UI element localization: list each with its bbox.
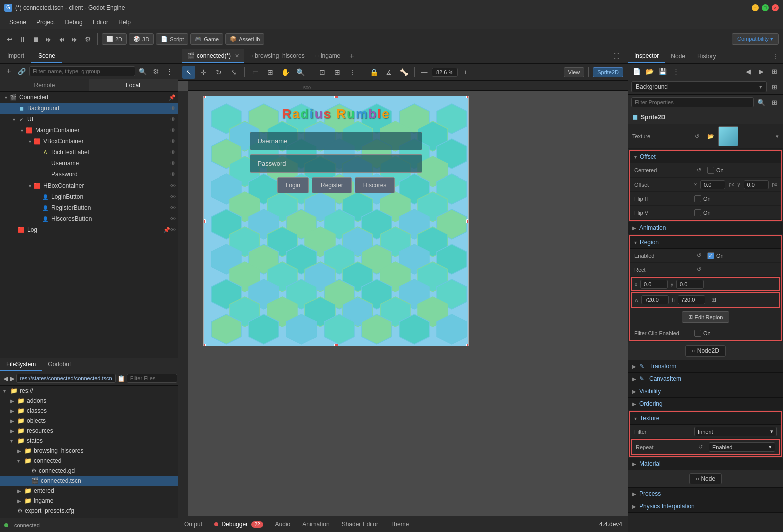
menu-scene[interactable]: Scene: [4, 17, 31, 28]
eye-ui[interactable]: 👁: [170, 116, 176, 122]
eye-username[interactable]: 👁: [170, 160, 176, 166]
pin-log[interactable]: 📌: [163, 227, 170, 233]
pin-connected[interactable]: 📌: [169, 94, 176, 101]
tree-item-background[interactable]: ◼ Background 👁: [0, 103, 178, 114]
tab-filesystem[interactable]: FileSystem: [0, 358, 42, 371]
tab-local[interactable]: Local: [89, 79, 178, 91]
arrow-margincontainer[interactable]: ▾: [18, 127, 25, 134]
scene-filter-icon[interactable]: ⚙: [150, 66, 162, 77]
fs-item-states[interactable]: ▾ 📁 states: [0, 436, 178, 446]
zoom-out-btn[interactable]: —: [419, 67, 430, 78]
handle-bl[interactable]: [203, 344, 206, 346]
fs-item-addons[interactable]: ▶ 📁 addons: [0, 396, 178, 406]
eye-hiscoresbutton[interactable]: 👁: [170, 216, 176, 222]
fs-item-res[interactable]: ▾ 📁 res://: [0, 386, 178, 396]
tree-item-password[interactable]: — Password 👁: [0, 169, 178, 180]
save-icon-toolbar[interactable]: 💾: [657, 66, 668, 77]
scene-search-icon[interactable]: 🔍: [137, 66, 148, 77]
fs-item-entered[interactable]: ▶ 📁 entered: [0, 486, 178, 496]
fs-item-connected-gd[interactable]: ⚙ connected.gd: [0, 466, 178, 476]
view-btn[interactable]: View: [564, 67, 585, 77]
fs-item-classes[interactable]: ▶ 📁 classes: [0, 406, 178, 416]
fs-item-connected-tscn[interactable]: 🎬 connected.tscn: [0, 476, 178, 486]
handle-ml[interactable]: [203, 219, 206, 223]
tree-item-richtextlabel[interactable]: A RichTextLabel 👁: [0, 147, 178, 158]
settings-btn[interactable]: ⚙: [82, 34, 93, 45]
canvas-item-section[interactable]: ▶ ✎ CanvasItem: [628, 373, 783, 385]
tab-remote[interactable]: Remote: [0, 79, 89, 91]
filter-properties-input[interactable]: [631, 97, 754, 107]
handle-mr[interactable]: [466, 219, 469, 223]
eye-registerbutton[interactable]: 👁: [170, 205, 176, 211]
edit-region-btn[interactable]: ⊞ Edit Region: [682, 311, 730, 323]
vp-tab-ingame[interactable]: ○ ingame: [310, 49, 346, 63]
more-icon-toolbar[interactable]: ⋮: [670, 66, 681, 77]
scale-tool[interactable]: ⤡: [227, 66, 240, 79]
material-section[interactable]: ▶ Material: [628, 458, 783, 470]
snap-angle-tool[interactable]: ∡: [382, 66, 395, 79]
centered-checkbox[interactable]: [707, 167, 714, 174]
handle-tl[interactable]: [203, 96, 206, 98]
flip-v-checkbox[interactable]: [694, 209, 701, 216]
mode-game-btn[interactable]: 🎮 Game: [190, 33, 223, 45]
transform-section[interactable]: ▶ ✎ Transform: [628, 360, 783, 373]
texture-reset-btn[interactable]: ↺: [692, 132, 701, 141]
rect-x-field[interactable]: 0.0: [640, 280, 668, 289]
filter-search-icon[interactable]: 🔍: [756, 97, 767, 108]
add-node-btn[interactable]: +: [3, 66, 14, 77]
login-btn-display[interactable]: Login: [277, 177, 309, 193]
sprite2d-btn[interactable]: Sprite2D: [593, 67, 623, 77]
offset-y-field[interactable]: 0.0: [744, 180, 769, 189]
step-btn[interactable]: ⏭: [43, 34, 54, 45]
eye-hboxcontainer[interactable]: 👁: [170, 183, 176, 189]
centered-reset-btn[interactable]: ↺: [694, 166, 703, 175]
animation-section[interactable]: ▶ Animation: [628, 222, 783, 234]
tree-item-loginbutton[interactable]: 👤 LoginButton 👁: [0, 191, 178, 202]
vp-tab-connected[interactable]: 🎬 connected(*) ✕: [182, 49, 244, 63]
tab-import[interactable]: Import: [0, 49, 31, 63]
lock-tool[interactable]: 🔒: [367, 66, 380, 79]
tab-animation[interactable]: Animation: [296, 518, 335, 531]
move-tool[interactable]: ✛: [197, 66, 210, 79]
region-enabled-reset[interactable]: ↺: [694, 251, 703, 260]
arrow-hboxcontainer[interactable]: ▾: [26, 182, 33, 189]
bookmarks-btn[interactable]: ⊞: [769, 66, 780, 77]
fs-item-resources[interactable]: ▶ 📁 resources: [0, 426, 178, 436]
handle-br[interactable]: [466, 344, 469, 346]
physics-section[interactable]: ▶ Physics Interpolation: [628, 500, 783, 513]
tab-audio[interactable]: Audio: [269, 518, 297, 531]
texture-dropdown-icon[interactable]: ▾: [776, 133, 779, 140]
link-node-btn[interactable]: 🔗: [16, 66, 27, 77]
rect-link-btn[interactable]: ⊞: [708, 294, 719, 305]
tree-item-ui[interactable]: ▾ ✓ UI 👁: [0, 114, 178, 125]
handle-tc[interactable]: [334, 96, 338, 98]
fs-copy-btn[interactable]: 📋: [117, 373, 125, 384]
tab-debugger[interactable]: Debugger 22: [208, 518, 269, 531]
fs-item-browsing[interactable]: ▶ 📁 browsing_hiscores: [0, 446, 178, 456]
rect-y-field[interactable]: 0.0: [676, 280, 704, 289]
stop-btn[interactable]: ⏹: [30, 34, 41, 45]
fs-back-btn[interactable]: ◀: [3, 373, 8, 384]
mode-2d-btn[interactable]: ⬜ 2D: [102, 33, 127, 45]
next-node-btn[interactable]: ▶: [756, 66, 767, 77]
expand-viewport-btn[interactable]: ⛶: [609, 51, 623, 62]
close-btn[interactable]: ×: [772, 4, 779, 11]
filter-dropdown[interactable]: Inherit ▾: [694, 427, 777, 436]
arrow-ui[interactable]: ▾: [10, 116, 17, 123]
node-settings-btn[interactable]: ⊞: [769, 81, 780, 92]
tree-item-registerbutton[interactable]: 👤 RegisterButton 👁: [0, 202, 178, 213]
file-icon-toolbar[interactable]: 📄: [631, 66, 642, 77]
zoom-tool[interactable]: 🔍: [294, 66, 307, 79]
select-tool[interactable]: ↖: [182, 66, 195, 79]
tree-item-hiscoresbutton[interactable]: 👤 HiscoresButton 👁: [0, 213, 178, 224]
process-section[interactable]: ▶ Process: [628, 488, 783, 500]
eye-vboxcontainer[interactable]: 👁: [170, 138, 176, 144]
fs-search-input[interactable]: [127, 374, 177, 383]
fs-item-objects[interactable]: ▶ 📁 objects: [0, 416, 178, 426]
tree-item-hboxcontainer[interactable]: ▾ 🟥 HBoxContainer 👁: [0, 180, 178, 191]
eye-log[interactable]: 👁: [170, 227, 176, 233]
undo-btn[interactable]: ↩: [4, 34, 15, 45]
scene-search-input[interactable]: [29, 66, 135, 76]
tab-theme[interactable]: Theme: [384, 518, 415, 531]
tree-item-vboxcontainer[interactable]: ▾ 🟥 VBoxContainer 👁: [0, 136, 178, 147]
